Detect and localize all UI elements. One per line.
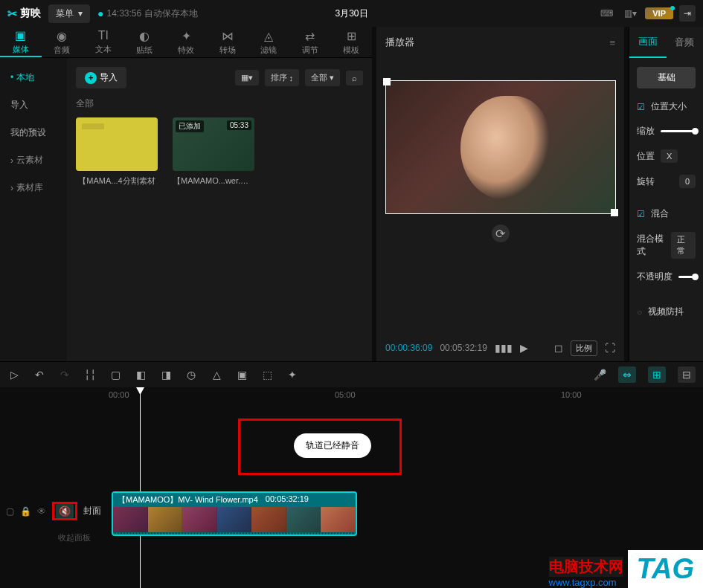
cut-left-tool[interactable]: ◧ [134,369,147,381]
tab-label: 模板 [343,45,359,56]
position-label: 位置 [637,150,655,163]
sort-button[interactable]: 排序 ↕ [265,69,300,86]
split-tool[interactable]: ╎╎ [83,369,97,381]
opacity-label: 不透明度 [637,271,672,283]
hamburger-icon[interactable]: ≡ [609,37,615,48]
transition-icon: ⋈ [222,29,234,43]
tab-audio[interactable]: ◉音频 [42,27,83,57]
rotate-tool[interactable]: ◷ [184,369,198,381]
filter-button[interactable]: 全部 ▾ [305,69,340,86]
inspector-tab-audio[interactable]: 音频 [667,27,704,58]
tab-text[interactable]: TI文本 [83,27,124,57]
sidebar-item-cloud[interactable]: ›云素材 [0,146,67,174]
clip-duration: 00:05:32:19 [266,494,309,505]
scale-label: 缩放 [637,125,655,138]
checkbox-icon[interactable]: ☑ [637,102,645,112]
checkbox-icon[interactable]: ☑ [637,209,645,219]
tab-label: 媒体 [13,44,29,55]
blend-mode-select[interactable]: 正常 [671,232,696,259]
sidebar-item-import[interactable]: 导入 [0,91,67,119]
delete-tool[interactable]: ▢ [109,369,122,381]
chevron-right-icon: › [10,183,13,193]
keyboard-icon[interactable]: ⌨ [597,6,615,21]
cover-label[interactable]: 封面 [83,505,101,517]
annotation-box-mute: 🔇 [52,502,77,520]
tab-effects[interactable]: ✦特效 [165,27,207,57]
scale-slider[interactable] [661,130,696,132]
track-toggle-icon[interactable]: ▢ [6,506,14,517]
pos-x-input[interactable]: X [661,149,678,163]
fullscreen-icon[interactable]: ⛶ [605,342,615,354]
collapse-hint[interactable]: 收起面板 [58,532,91,543]
refresh-icon[interactable]: ⟳ [492,224,510,242]
rotation-label: 旋转 [637,175,655,188]
scissors-icon: ✂ [7,7,17,21]
lock-icon[interactable]: 🔒 [20,506,31,517]
export-button[interactable]: ⇥ [679,5,696,22]
unchecked-icon[interactable]: ○ [637,307,642,317]
toggle-3[interactable]: ⊟ [678,366,696,383]
preview-frame[interactable] [385,80,616,214]
media-item-folder[interactable]: 【MAMA...4分割素材 [76,117,158,187]
sidebar-item-presets[interactable]: 我的预设 [0,119,67,146]
tab-label: 贴纸 [136,45,153,56]
player-canvas[interactable]: ⟳ [376,58,624,335]
tab-sticker[interactable]: ◐贴纸 [124,27,166,57]
vip-badge[interactable]: VIP [645,7,673,19]
mute-toast: 轨道已经静音 [294,433,371,458]
media-name: 【MAMAMO...wer.mp4 [173,175,254,187]
adjust-tool[interactable]: ✦ [286,369,299,381]
folder-icon [76,117,158,171]
freeze-tool[interactable]: ▣ [235,369,248,381]
basic-button[interactable]: 基础 [637,67,696,88]
stabilize-label: 视频防抖 [648,306,684,318]
columns-icon[interactable]: ▮▮▮ [495,342,513,354]
filter-icon: ◬ [264,29,273,43]
menu-dropdown[interactable]: 菜单 ▾ [48,4,90,23]
autosave-text: 自动保存本地 [144,7,198,20]
sidebar-item-library[interactable]: ›素材库 [0,174,67,201]
toggle-1[interactable]: ⇔ [618,366,636,383]
focus-icon[interactable]: ◻ [554,342,563,354]
playhead[interactable] [140,387,141,588]
mute-icon[interactable]: 🔇 [56,504,74,518]
search-button[interactable]: ⌕ [346,71,363,85]
sticker-icon: ◐ [139,29,150,43]
watermark-text: 电脑技术网 [549,557,623,577]
timeline-clip[interactable]: 【MAMAMOO】MV- Wind Flower.mp4 00:05:32:19 [112,491,357,536]
view-mode-button[interactable]: ▦▾ [235,70,259,85]
sidebar-item-local[interactable]: • 本地 [0,64,67,91]
eye-icon[interactable]: 👁 [37,506,46,517]
import-button[interactable]: + 导入 [76,67,126,88]
play-icon[interactable]: ▶ [520,342,528,354]
current-time: 00:00:36:09 [385,343,432,353]
check-icon: ● [97,7,103,19]
effects-icon: ✦ [182,29,191,43]
blend-label: 混合 [651,207,669,220]
inspector-tab-video[interactable]: 画面 [629,27,667,58]
tab-filter[interactable]: ◬滤镜 [248,27,289,57]
redo-button[interactable]: ↷ [58,369,71,381]
chevron-right-icon: › [10,155,13,166]
tab-template[interactable]: ⊞模板 [331,27,373,57]
tab-media[interactable]: ▣媒体 [0,27,42,57]
opacity-slider[interactable] [678,276,696,278]
tab-adjust[interactable]: ⇄调节 [289,27,331,57]
ratio-button[interactable]: 比例 [571,340,597,356]
undo-button[interactable]: ↶ [33,369,46,381]
watermark-url: www.tagxp.com [549,577,623,588]
media-icon: ▣ [15,28,26,42]
cursor-tool[interactable]: ▷ [7,369,21,381]
mic-icon[interactable]: 🎤 [593,369,606,381]
rotation-input[interactable]: 0 [679,175,696,188]
cut-right-tool[interactable]: ◨ [159,369,173,381]
watermark: 电脑技术网 www.tagxp.com TAG [549,550,703,588]
layout-icon[interactable]: ▥▾ [621,6,639,21]
crop-tool[interactable]: ⬚ [260,369,274,381]
mirror-tool[interactable]: △ [210,369,223,381]
tab-label: 转场 [219,45,236,56]
blend-mode-label: 混合模式 [637,233,665,258]
tab-transition[interactable]: ⋈转场 [207,27,248,57]
toggle-2[interactable]: ⊞ [648,366,666,383]
media-item-video[interactable]: 已添加 05:33 【MAMAMO...wer.mp4 [173,117,254,187]
